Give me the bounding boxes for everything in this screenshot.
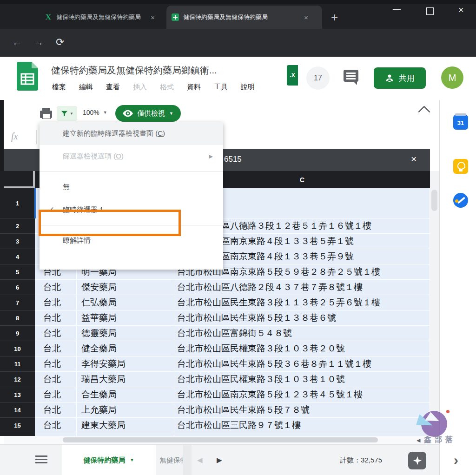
- cell[interactable]: 台北市松山區富錦街５４８號: [174, 326, 430, 341]
- cell[interactable]: 仁弘藥局: [77, 295, 174, 310]
- document-title[interactable]: 健保特約藥局及無健保特約藥局鄉鎮衛...: [51, 64, 279, 77]
- cell[interactable]: 上允藥局: [77, 402, 174, 418]
- collapse-toolbar-chevron-icon[interactable]: [418, 106, 430, 118]
- cell[interactable]: 台北市松山區民權東路３段１０３巷２０號: [174, 341, 430, 356]
- menubar-item-format[interactable]: 格式: [160, 83, 174, 92]
- table-row: 11台北李得安藥局台北市松山區民生東路５段３６巷８弄１１號１樓: [0, 356, 430, 372]
- account-avatar[interactable]: M: [441, 66, 463, 89]
- horizontal-scrollbar[interactable]: ◀: [4, 436, 430, 444]
- sheets-logo-icon[interactable]: [17, 62, 38, 92]
- menubar-item-file[interactable]: 檔案: [52, 83, 66, 92]
- cell[interactable]: 台北: [35, 402, 77, 418]
- row-header[interactable]: 8: [0, 310, 35, 326]
- sheet-tab-active[interactable]: 健保特約藥局 ▼: [62, 445, 156, 475]
- menubar-item-insert[interactable]: 插入: [133, 83, 147, 92]
- row-header[interactable]: 14: [0, 402, 35, 418]
- row-header[interactable]: 5: [0, 264, 35, 280]
- menu-item-label: 篩選器檢視選項 (O): [63, 152, 209, 161]
- maximize-window-button[interactable]: [426, 7, 434, 15]
- scroll-tabs-right-icon[interactable]: ▶: [217, 456, 222, 464]
- row-header[interactable]: 12: [0, 372, 35, 387]
- select-all-corner[interactable]: [4, 171, 35, 188]
- scroll-tabs-left-icon[interactable]: ◀: [197, 456, 203, 464]
- row-header[interactable]: 13: [0, 387, 35, 402]
- menu-item-create-temp-filter-view[interactable]: 建立新的臨時篩選器檢視畫面 (C): [40, 122, 223, 145]
- cell[interactable]: 台北市松山區民權東路３段１０３巷１０號: [174, 372, 430, 387]
- cell[interactable]: 台北: [35, 326, 77, 341]
- menu-item-none[interactable]: 無: [40, 176, 223, 198]
- row-header[interactable]: 9: [0, 326, 35, 341]
- close-tab-icon[interactable]: ×: [303, 13, 309, 21]
- comment-icon[interactable]: [344, 70, 358, 82]
- cell[interactable]: 台北: [35, 372, 77, 387]
- cell[interactable]: 台北: [35, 418, 77, 433]
- cell[interactable]: 益華藥局: [77, 310, 174, 326]
- cell[interactable]: 健全藥局: [77, 341, 174, 356]
- menubar-item-edit[interactable]: 編輯: [79, 83, 93, 92]
- close-window-button[interactable]: ×: [458, 5, 464, 15]
- row-header[interactable]: 2: [0, 218, 35, 234]
- share-button[interactable]: 共用: [374, 67, 426, 89]
- row-header[interactable]: 1: [0, 188, 35, 218]
- excel-export-badge[interactable]: .X: [287, 65, 298, 86]
- row-header[interactable]: 7: [0, 295, 35, 310]
- forward-icon[interactable]: →: [33, 36, 44, 48]
- cell[interactable]: 李得安藥局: [77, 356, 174, 372]
- cell[interactable]: 瑞昌大藥局: [77, 372, 174, 387]
- cell[interactable]: 台北市松山區南京東路５段１２３巷４５號１樓: [174, 387, 430, 402]
- menubar-item-help[interactable]: 說明: [241, 83, 255, 92]
- vertical-scrollbar-thumb[interactable]: [431, 190, 437, 211]
- cell[interactable]: 德靈藥局: [77, 326, 174, 341]
- calendar-icon[interactable]: [453, 115, 468, 130]
- menubar-item-data[interactable]: 資料: [187, 83, 201, 92]
- zoom-select[interactable]: 100% ▼: [83, 109, 107, 116]
- filter-views-button[interactable]: ▼: [57, 106, 77, 121]
- row-header[interactable]: 15: [0, 418, 35, 433]
- cell[interactable]: 台北市松山區民生東路５段７８號: [174, 402, 430, 418]
- cell[interactable]: 台北市松山區民生東路３段１１３巷２５弄６號１樓: [174, 295, 430, 310]
- expand-side-panel-chevron-icon[interactable]: ›: [454, 452, 458, 468]
- print-icon[interactable]: [40, 111, 52, 118]
- reload-icon[interactable]: ⟳: [56, 36, 64, 48]
- view-mode-button[interactable]: 僅供檢視 ▼: [115, 105, 181, 122]
- sheet-tab-2[interactable]: 無健保特約藥局: [156, 445, 183, 475]
- cell[interactable]: 建東大藥局: [77, 418, 174, 433]
- cell[interactable]: 台北: [35, 387, 77, 402]
- close-tab-icon[interactable]: ×: [150, 13, 156, 21]
- row-header[interactable]: 6: [0, 280, 35, 295]
- cell[interactable]: 台北市松山區三民路９７號１樓: [174, 418, 430, 433]
- menubar-item-view[interactable]: 查看: [106, 83, 120, 92]
- keep-icon[interactable]: [453, 159, 468, 174]
- sheet-tab-bar: 健保特約藥局 ▼ 無健保特約藥局 ◀ ▶ 計數：32,575: [0, 444, 476, 475]
- count-summary[interactable]: 計數：32,575: [293, 456, 382, 465]
- explore-button[interactable]: [408, 452, 426, 469]
- cell[interactable]: 台北: [35, 310, 77, 326]
- notification-count-badge[interactable]: 17: [306, 66, 330, 90]
- row-header[interactable]: 3: [0, 234, 35, 249]
- all-sheets-menu-icon[interactable]: [35, 455, 47, 464]
- tasks-icon[interactable]: [453, 193, 468, 208]
- cell[interactable]: 台北市松山區民生東路５段３６巷８弄１１號１樓: [174, 356, 430, 372]
- menu-item-filter-view-options[interactable]: 篩選器檢視選項 (O)▶: [40, 145, 223, 168]
- menubar-item-tools[interactable]: 工具: [214, 83, 228, 92]
- new-tab-button[interactable]: +: [331, 11, 338, 23]
- close-filter-view-icon[interactable]: ×: [411, 153, 416, 165]
- back-icon[interactable]: ←: [12, 36, 22, 48]
- cell[interactable]: 合生藥局: [77, 387, 174, 402]
- vertical-scrollbar[interactable]: [430, 171, 439, 436]
- row-header[interactable]: 10: [0, 341, 35, 356]
- horizontal-scrollbar-thumb[interactable]: [63, 437, 378, 442]
- row-header[interactable]: 11: [0, 356, 35, 372]
- minimize-window-button[interactable]: —: [393, 5, 401, 14]
- cell[interactable]: 台北: [35, 356, 77, 372]
- cell[interactable]: 台北: [35, 280, 77, 295]
- cell[interactable]: 傑安藥局: [77, 280, 174, 295]
- browser-tab-2-active[interactable]: 健保特約藥局及無健保特約藥局 ×: [166, 6, 322, 29]
- row-header[interactable]: 4: [0, 249, 35, 264]
- cell[interactable]: 台北: [35, 295, 77, 310]
- cell[interactable]: 台北市松山區民生東路５段１３８巷６號: [174, 310, 430, 326]
- browser-tab-1[interactable]: X 健保特約藥局及無健保特約藥局 ×: [40, 6, 160, 29]
- cell[interactable]: 台北市松山區八德路２段４３７巷７弄８號１樓: [174, 280, 430, 295]
- cell[interactable]: 台北: [35, 341, 77, 356]
- scroll-left-arrow-icon[interactable]: ◀: [416, 437, 420, 443]
